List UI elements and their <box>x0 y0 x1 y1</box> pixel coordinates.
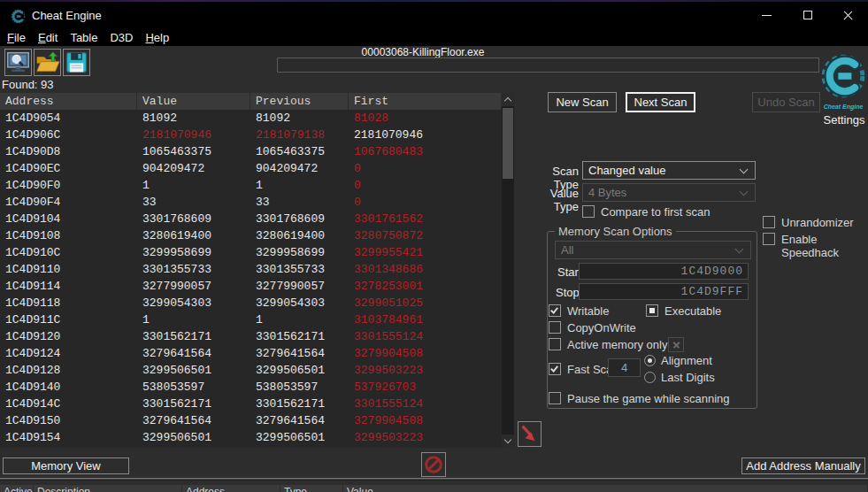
result-row[interactable]: 1C4D9120330156217133015621713301555124 <box>0 328 502 345</box>
result-first: 1067680483 <box>349 143 502 160</box>
result-address: 1C4D9110 <box>0 261 137 278</box>
value-type-dropdown: 4 Bytes <box>582 183 756 202</box>
last-digits-label: Last Digits <box>661 371 715 384</box>
result-address: 1C4D9154 <box>0 429 137 446</box>
add-address-manually-button[interactable]: Add Address Manually <box>741 457 865 474</box>
pause-game-checkbox[interactable] <box>549 392 561 404</box>
result-row[interactable]: 1C4D90D8106546337510654633751067680483 <box>0 143 502 160</box>
result-first: 3301761562 <box>349 211 502 227</box>
result-row[interactable]: 1C4D9114327799005732779900573278253001 <box>0 278 502 295</box>
column-header-address[interactable]: Address <box>0 93 137 110</box>
result-address: 1C4D906C <box>0 127 137 143</box>
results-scrollbar[interactable] <box>502 93 514 448</box>
result-value: 81092 <box>137 110 250 127</box>
new-scan-button[interactable]: New Scan <box>548 92 617 112</box>
result-address: 1C4D90F4 <box>0 194 137 211</box>
result-row[interactable]: 1C4D914C330156217133015621713301555124 <box>0 396 502 412</box>
result-previous: 3280619400 <box>250 227 349 244</box>
menu-help[interactable]: Help <box>145 29 169 46</box>
result-address: 1C4D910C <box>0 244 137 261</box>
unrandomizer-checkbox[interactable] <box>763 216 775 228</box>
result-address: 1C4D90EC <box>0 160 137 177</box>
result-row[interactable]: 1C4D9054810928109281028 <box>0 110 502 127</box>
fast-scan-checkbox[interactable] <box>549 363 561 375</box>
executable-checkbox[interactable] <box>646 304 658 317</box>
last-digits-radio[interactable] <box>644 372 656 383</box>
menu-file[interactable]: File <box>7 29 26 46</box>
result-row[interactable]: 1C4D911C113103784961 <box>0 311 502 328</box>
panel-splitter[interactable] <box>0 478 868 480</box>
result-previous: 1 <box>250 177 349 194</box>
result-first: 3103784961 <box>349 311 502 328</box>
address-list-column-type[interactable]: Type <box>280 485 343 492</box>
result-row[interactable]: 1C4D9128329950650132995065013299503223 <box>0 362 502 379</box>
add-selected-addresses-button[interactable] <box>518 421 542 447</box>
scan-type-dropdown[interactable]: Changed value <box>582 161 756 180</box>
scan-progress-bar <box>277 58 819 73</box>
result-address: 1C4D9140 <box>0 379 137 396</box>
result-value: 3279641564 <box>137 412 250 429</box>
result-first: 3280750872 <box>349 227 502 244</box>
result-row[interactable]: 1C4D9108328061940032806194003280750872 <box>0 227 502 244</box>
cheat-engine-logo[interactable] <box>821 50 865 102</box>
memory-region-value: All <box>561 243 573 257</box>
clear-active-memory-button <box>668 337 684 352</box>
memory-view-button[interactable]: Memory View <box>3 457 129 474</box>
result-row[interactable]: 1C4D90F433330 <box>0 194 502 211</box>
column-header-first[interactable]: First <box>349 93 502 110</box>
chevron-down-icon <box>740 165 749 174</box>
result-row[interactable]: 1C4D910C329995869932999586993299955421 <box>0 244 502 261</box>
address-list-column-address[interactable]: Address <box>182 485 280 492</box>
stop-address-field[interactable]: 1C4D9FFF <box>579 283 749 300</box>
menu-edit[interactable]: Edit <box>38 29 58 46</box>
settings-link[interactable]: Settings <box>821 113 867 127</box>
menu-table[interactable]: Table <box>70 29 97 46</box>
result-row[interactable]: 1C4D9110330135573333013557333301348686 <box>0 261 502 278</box>
scroll-down-button[interactable] <box>502 434 514 448</box>
result-row[interactable]: 1C4D90F0110 <box>0 177 502 194</box>
copyonwrite-label: CopyOnWrite <box>567 321 636 334</box>
result-first: 0 <box>349 177 502 194</box>
logo-caption: Cheat Engine <box>819 104 867 110</box>
result-first: 3301555124 <box>349 396 502 412</box>
column-header-previous[interactable]: Previous <box>250 93 349 110</box>
copyonwrite-checkbox[interactable] <box>549 321 561 334</box>
writable-checkbox[interactable] <box>549 304 561 317</box>
menu-d3d[interactable]: D3D <box>110 29 133 46</box>
result-row[interactable]: 1C4D906C218107094621810791382181070946 <box>0 127 502 143</box>
result-row[interactable]: 1C4D9150327964156432796415643279904508 <box>0 412 502 429</box>
result-row[interactable]: 1C4D90EC9042094729042094720 <box>0 160 502 177</box>
memory-region-dropdown: All <box>555 241 751 259</box>
no-entry-button[interactable] <box>421 452 446 477</box>
address-list-column-active[interactable]: Active <box>0 485 34 492</box>
maximize-button[interactable] <box>787 2 828 29</box>
start-address-field[interactable]: 1C4D9000 <box>579 263 749 280</box>
result-row[interactable]: 1C4D9140538053597538053597537926703 <box>0 379 502 396</box>
active-memory-only-checkbox[interactable] <box>549 338 561 350</box>
fast-scan-alignment-field[interactable]: 4 <box>608 358 641 377</box>
chevron-down-icon <box>504 436 511 443</box>
result-value: 2181070946 <box>137 127 250 143</box>
scroll-up-button[interactable] <box>502 93 514 106</box>
result-address: 1C4D9054 <box>0 110 137 127</box>
close-button[interactable] <box>827 2 868 29</box>
enable-speedhack-checkbox[interactable] <box>763 233 775 245</box>
result-row[interactable]: 1C4D9118329905430332990543033299051025 <box>0 295 502 311</box>
next-scan-button[interactable]: Next Scan <box>626 92 695 112</box>
result-first: 3299503223 <box>349 362 502 379</box>
minimize-button[interactable] <box>746 2 787 29</box>
alignment-radio[interactable] <box>644 355 656 366</box>
result-row[interactable]: 1C4D9104330176860933017686093301761562 <box>0 211 502 227</box>
address-list-column-value[interactable]: Value <box>343 485 868 492</box>
result-previous: 81092 <box>250 110 349 127</box>
result-value: 1065463375 <box>137 143 250 160</box>
compare-first-scan-checkbox[interactable] <box>582 205 595 218</box>
column-header-value[interactable]: Value <box>137 93 250 110</box>
result-value: 3301355733 <box>137 261 250 278</box>
result-row[interactable]: 1C4D9124327964156432796415643279904508 <box>0 345 502 362</box>
address-list-column-description[interactable]: Description <box>34 485 182 492</box>
result-previous: 3299506501 <box>250 362 349 379</box>
result-row[interactable]: 1C4D9154329950650132995065013299503223 <box>0 429 502 446</box>
results-header-row: Address Value Previous First <box>0 93 502 110</box>
scrollbar-thumb[interactable] <box>503 108 513 179</box>
